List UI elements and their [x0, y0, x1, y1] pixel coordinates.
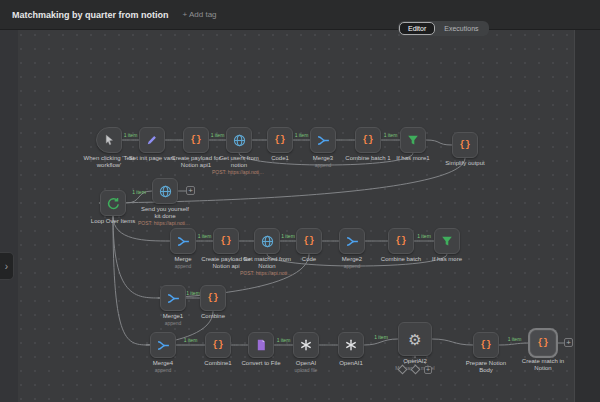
node-payload2[interactable]: {} [213, 228, 239, 254]
chevron-right-icon: › [5, 261, 8, 272]
code-icon: {} [453, 133, 477, 157]
node-label-simplify: Simplify output [438, 160, 492, 167]
node-merge[interactable] [170, 228, 196, 254]
node-code[interactable]: {} [296, 228, 322, 254]
node-send[interactable] [152, 178, 178, 204]
node-convert[interactable] [248, 332, 274, 358]
node-loop[interactable] [100, 190, 126, 216]
workflow-canvas[interactable]: 1 item1 item1 item1 item1 item1 item1 it… [0, 0, 600, 402]
tab-executions[interactable]: Executions [435, 22, 487, 35]
node-payload1[interactable]: {} [183, 127, 209, 153]
code-icon: {} [297, 229, 321, 253]
node-label-trigger: When clicking 'Test workflow' [82, 155, 136, 169]
add-tool-button[interactable]: + [424, 366, 432, 374]
add-node-button[interactable]: + [186, 186, 195, 195]
node-label-merge1: Merge1append [146, 313, 200, 326]
node-label-combine1b: Combine1 [191, 360, 245, 367]
node-label-payload2: Create payload for Notion api [199, 256, 253, 270]
node-label-ifhasmore1: If has more1 [386, 155, 440, 162]
node-openai[interactable] [293, 332, 319, 358]
node-sublabel: POST: https://api.notion.com... [240, 270, 294, 276]
node-label-prepnotion: Prepare Notion Body [459, 360, 513, 374]
node-ifhasmore1[interactable] [400, 127, 426, 153]
node-label-ifhasmore: If has more [420, 256, 474, 263]
node-merge1[interactable] [160, 285, 186, 311]
tab-editor[interactable]: Editor [399, 22, 435, 35]
node-merge4[interactable] [150, 332, 176, 358]
merge-icon [151, 333, 175, 357]
node-label-merge3: Merge3append [296, 155, 350, 168]
node-getmatched[interactable] [254, 228, 280, 254]
add-node-button[interactable]: + [564, 338, 573, 347]
code-icon: {} [201, 286, 225, 310]
view-tabs: Editor Executions [398, 21, 489, 36]
node-label-set: Set init page vars [125, 155, 179, 162]
node-label-payload1: Create payload for Notion api1 [169, 155, 223, 169]
node-label-combineb: Combine batch [374, 256, 428, 263]
node-sublabel: POST: https://api.notion.com... [212, 169, 266, 175]
openai-icon [294, 333, 318, 357]
node-creatematch[interactable]: {} [530, 330, 556, 356]
code-icon: {} [214, 229, 238, 253]
cursor-icon [97, 128, 121, 152]
sidebar-expand-button[interactable]: › [0, 252, 14, 280]
code-icon: {} [531, 331, 555, 355]
tool-connector-diamond[interactable] [398, 365, 408, 375]
globe-icon [255, 229, 279, 253]
node-sublabel: append [296, 162, 350, 168]
node-label-send: Send you yourself kit donePOST: https://… [138, 206, 192, 226]
globe-icon [153, 179, 177, 203]
merge-icon [171, 229, 195, 253]
node-trigger[interactable] [96, 127, 122, 153]
node-label-combine1: Combine batch 1 [341, 155, 395, 162]
node-sublabel: append [156, 263, 210, 269]
filter-icon [435, 229, 459, 253]
node-label-merge2: Merge2append [325, 256, 379, 269]
node-layer: +++When clicking 'Test workflow'Set init… [0, 0, 600, 402]
node-ifhasmore[interactable] [434, 228, 460, 254]
globe-icon [227, 128, 251, 152]
node-sublabel: append [136, 367, 190, 373]
node-label-merge: Mergeappend [156, 256, 210, 269]
add-tag-button[interactable]: + Add tag [183, 10, 217, 19]
node-code1[interactable]: {} [267, 127, 293, 153]
node-combineb[interactable]: {} [388, 228, 414, 254]
node-combine[interactable]: {} [200, 285, 226, 311]
code-icon: {} [389, 229, 413, 253]
node-combine1[interactable]: {} [355, 127, 381, 153]
workflow-title[interactable]: Matchmaking by quarter from notion [12, 10, 169, 20]
pencil-icon [140, 128, 164, 152]
merge-icon [311, 128, 335, 152]
node-label-merge4: Merge4append [136, 360, 190, 373]
code-icon: {} [268, 128, 292, 152]
node-label-convert: Convert to File [234, 360, 288, 367]
right-panel [574, 30, 600, 402]
node-combine1b[interactable]: {} [205, 332, 231, 358]
openai-icon [339, 333, 363, 357]
node-merge3[interactable] [310, 127, 336, 153]
node-getusers[interactable] [226, 127, 252, 153]
node-label-code: Code [282, 256, 336, 263]
loop-icon [101, 191, 125, 215]
node-simplify[interactable]: {} [452, 132, 478, 158]
node-sublabel: append [325, 263, 379, 269]
file-icon [249, 333, 273, 357]
node-openai2[interactable]: ⚙ [398, 322, 432, 356]
node-label-combine: Combine [186, 313, 240, 320]
node-sublabel: append [146, 320, 200, 326]
code-icon: {} [206, 333, 230, 357]
code-icon: {} [356, 128, 380, 152]
node-merge2[interactable] [339, 228, 365, 254]
node-prepnotion[interactable]: {} [473, 332, 499, 358]
node-openai1[interactable] [338, 332, 364, 358]
node-sublabel: POST: https://api.notion.com... [138, 220, 192, 226]
top-bar: Matchmaking by quarter from notion + Add… [0, 0, 600, 30]
filter-icon [401, 128, 425, 152]
tool-connector-diamond[interactable] [411, 365, 421, 375]
node-label-getusers: Get users from notionPOST: https://api.n… [212, 155, 266, 175]
node-set[interactable] [139, 127, 165, 153]
node-label-loop: Loop Over Items [86, 218, 140, 225]
code-icon: {} [474, 333, 498, 357]
node-label-getmatched: Get matched from NotionPOST: https://api… [240, 256, 294, 276]
merge-icon [161, 286, 185, 310]
